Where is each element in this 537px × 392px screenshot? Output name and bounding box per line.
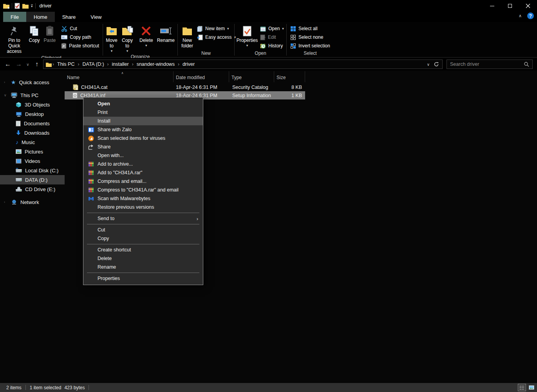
menu-item-scan-for-viruses[interactable]: Scan selected items for viruses [83,134,203,143]
breadcrumb-this-pc[interactable]: This PC [55,61,77,67]
menu-separator [87,224,199,224]
search-icon[interactable] [524,61,529,67]
breadcrumb-driver[interactable]: driver [180,61,197,67]
rename-button[interactable]: Rename [155,23,177,44]
forward-button[interactable]: → [13,61,24,68]
menu-item-create-shortcut[interactable]: Create shortcut [83,246,203,254]
collapse-icon[interactable]: ∨ [4,93,7,97]
copy-to-button[interactable]: Copy to ▾ [119,23,135,54]
delete-button[interactable]: Delete ▾ [137,23,155,48]
recent-locations-icon[interactable]: ∨ [24,62,31,67]
properties-button[interactable]: Properties ▾ [236,23,258,48]
sidebar-item-pictures[interactable]: Pictures [0,147,65,156]
address-dropdown-icon[interactable]: ∨ [427,62,430,67]
search-input[interactable] [447,61,524,67]
cut-button[interactable]: Cut [59,24,101,33]
menu-item-cut[interactable]: Cut [83,226,203,234]
sidebar-item-documents[interactable]: Documents [0,119,65,128]
close-button[interactable] [519,0,537,12]
menu-item-open-with[interactable]: Open with... [83,151,203,160]
column-name[interactable]: Name ∧ [65,71,174,82]
menu-item-properties[interactable]: Properties [83,274,203,283]
help-icon[interactable]: ? [527,13,534,19]
up-button[interactable]: ↑ [31,61,42,68]
large-icons-view-button[interactable] [527,384,535,391]
tab-view[interactable]: View [83,12,109,22]
paste-button[interactable]: Paste [42,23,58,44]
sidebar-item-this-pc[interactable]: ∨ This PC [0,90,65,100]
details-view-button[interactable] [518,384,526,391]
copy-path-button[interactable]: W... Copy path [59,33,101,42]
videos-icon [16,159,22,164]
sidebar-item-desktop[interactable]: Desktop [0,109,65,119]
sidebar-item-quick-access[interactable]: › ★ Quick access [0,78,65,87]
select-none-button[interactable]: Select none [288,33,332,42]
history-button[interactable]: History [258,42,286,50]
refresh-icon[interactable] [434,61,439,67]
easy-access-button[interactable]: Easy access ▾ [195,33,238,42]
navigation-pane: › ★ Quick access ∨ This PC 3D Objects [0,70,65,383]
column-type[interactable]: Type [229,71,274,82]
sidebar-item-data-d[interactable]: DATA (D:) [0,175,65,184]
sidebar-item-cd-drive-e[interactable]: CD Drive (E:) [0,184,65,194]
menu-item-copy[interactable]: Copy [83,234,203,243]
pin-to-quick-access-button[interactable]: Pin to Quick access [2,23,27,55]
collapse-ribbon-icon[interactable]: ∧ [519,13,522,18]
maximize-button[interactable] [501,0,519,12]
breadcrumb-installer[interactable]: installer [110,61,131,67]
menu-item-rename[interactable]: Rename [83,263,203,271]
menu-item-share-with-zalo[interactable]: Share with Zalo [83,125,203,134]
file-row-ch341a-cat[interactable]: CH341A.cat 18-Apr-24 6:31 PM Security Ca… [65,83,305,91]
breadcrumb-snander-windows[interactable]: snander-windows [134,61,177,67]
divider [89,385,89,390]
sidebar-item-downloads[interactable]: Downloads [0,128,65,137]
sidebar-item-local-disk-c[interactable]: Local Disk (C:) [0,166,65,175]
open-button[interactable]: Open ▾ [258,24,286,33]
qat-customize-icon[interactable]: ▾ [31,4,33,8]
column-date-modified[interactable]: Date modified [174,71,229,82]
sidebar-item-music[interactable]: ♪ Music [0,137,65,147]
tab-home[interactable]: Home [26,12,55,22]
new-folder-button[interactable]: New folder [179,23,195,50]
invert-selection-button[interactable]: Invert selection [288,42,332,50]
open-icon [260,26,266,32]
menu-item-print[interactable]: Print [83,108,203,117]
breadcrumb[interactable]: › This PC › DATA (D:) › installer › snan… [43,60,443,69]
sidebar-item-network[interactable]: › Network [0,197,65,207]
back-button[interactable]: ← [2,61,13,68]
tab-file[interactable]: File [3,12,26,22]
expand-icon[interactable]: › [4,200,5,204]
address-bar-row: ← → ∨ ↑ › This PC › DATA (D:) › installe… [0,58,537,70]
qat-new-folder-icon[interactable] [22,3,29,9]
sidebar-item-3d-objects[interactable]: 3D Objects [0,100,65,109]
menu-item-add-to-rar[interactable]: Add to "CH341A.rar" [83,168,203,177]
sidebar-item-videos[interactable]: Videos [0,156,65,166]
menu-item-scan-with-malwarebytes[interactable]: Scan with Malwarebytes [83,194,203,203]
search-box[interactable] [447,60,533,69]
paste-shortcut-button[interactable]: Paste shortcut [59,42,101,50]
minimize-button[interactable] [483,0,501,12]
qat-properties-icon[interactable] [14,3,20,9]
new-item-button[interactable]: New item ▾ [195,24,238,33]
column-headers: Name ∧ Date modified Type Size [65,71,305,82]
menu-item-add-to-archive[interactable]: Add to archive... [83,160,203,168]
move-to-button[interactable]: Move to ▾ [104,23,119,54]
edit-button[interactable]: Edit [258,33,286,42]
menu-item-share[interactable]: Share [83,143,203,151]
menu-item-compress-to-rar-and-email[interactable]: Compress to "CH341A.rar" and email [83,186,203,194]
column-size[interactable]: Size [274,71,305,82]
menu-item-compress-and-email[interactable]: Compress and email... [83,177,203,186]
menu-item-install[interactable]: Install [83,117,203,125]
menu-item-open[interactable]: Open [83,99,203,108]
tab-share[interactable]: Share [55,12,83,22]
submenu-arrow-icon: › [197,216,198,222]
menu-item-send-to[interactable]: Send to › [83,214,203,223]
breadcrumb-data-d[interactable]: DATA (D:) [80,61,106,67]
edit-icon [260,34,266,40]
expand-icon[interactable]: › [4,80,5,84]
select-all-button[interactable]: Select all [288,24,332,33]
malwarebytes-icon [88,195,94,202]
menu-item-delete[interactable]: Delete [83,254,203,263]
copy-button[interactable]: Copy [27,23,42,44]
menu-item-restore-previous-versions[interactable]: Restore previous versions [83,203,203,211]
